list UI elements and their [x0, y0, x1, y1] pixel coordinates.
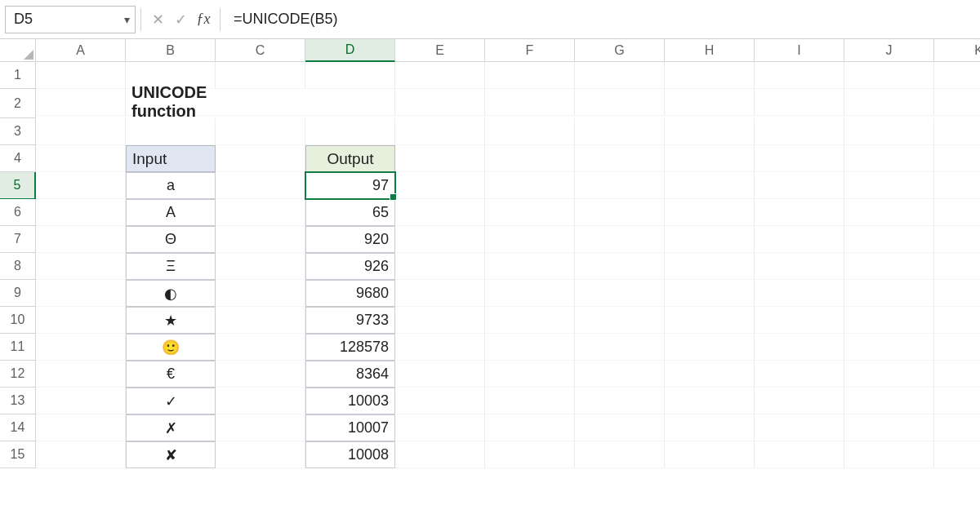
col-header-C[interactable]: C: [216, 39, 305, 62]
cell-I15[interactable]: [755, 441, 844, 468]
cell-H6[interactable]: [665, 199, 755, 226]
cell-A3[interactable]: [36, 118, 126, 145]
cell-F12[interactable]: [485, 361, 575, 388]
cell-B2-title[interactable]: UNICODE function: [126, 89, 216, 116]
cell-G2[interactable]: [575, 89, 665, 116]
cell-A4[interactable]: [36, 145, 126, 172]
cell-F14[interactable]: [485, 414, 575, 441]
row-header-11[interactable]: 11: [0, 334, 36, 361]
cell-J12[interactable]: [844, 361, 934, 388]
row-header-8[interactable]: 8: [0, 253, 36, 280]
col-header-F[interactable]: F: [485, 39, 575, 62]
cell-A12[interactable]: [36, 361, 126, 388]
cell-K7[interactable]: [934, 226, 980, 253]
col-header-K[interactable]: K: [934, 39, 980, 62]
cell-K6[interactable]: [934, 199, 980, 226]
cell-E2[interactable]: [395, 89, 485, 116]
cell-F5[interactable]: [485, 172, 575, 199]
cell-D6[interactable]: 65: [305, 199, 395, 226]
cell-I9[interactable]: [755, 280, 844, 307]
cell-E10[interactable]: [395, 307, 485, 334]
cell-K11[interactable]: [934, 334, 980, 361]
row-header-10[interactable]: 10: [0, 307, 36, 334]
cell-A8[interactable]: [36, 253, 126, 280]
cell-B12[interactable]: €: [126, 361, 216, 388]
cell-G14[interactable]: [575, 414, 665, 441]
cell-F8[interactable]: [485, 253, 575, 280]
row-header-13[interactable]: 13: [0, 388, 36, 414]
cell-F13[interactable]: [485, 388, 575, 414]
cell-F11[interactable]: [485, 334, 575, 361]
cell-J5[interactable]: [844, 172, 934, 199]
cell-E11[interactable]: [395, 334, 485, 361]
cell-G4[interactable]: [575, 145, 665, 172]
cell-I5[interactable]: [755, 172, 844, 199]
cell-G7[interactable]: [575, 226, 665, 253]
cell-C3[interactable]: [216, 118, 305, 145]
row-header-5[interactable]: 5: [0, 172, 36, 199]
col-header-E[interactable]: E: [395, 39, 485, 62]
cell-H13[interactable]: [665, 388, 755, 414]
cell-D8[interactable]: 926: [305, 253, 395, 280]
cell-K12[interactable]: [934, 361, 980, 388]
cell-K4[interactable]: [934, 145, 980, 172]
cell-E13[interactable]: [395, 388, 485, 414]
cell-E15[interactable]: [395, 441, 485, 468]
cell-F4[interactable]: [485, 145, 575, 172]
cell-E12[interactable]: [395, 361, 485, 388]
cell-G1[interactable]: [575, 62, 665, 89]
cell-C4[interactable]: [216, 145, 305, 172]
table-header-output[interactable]: Output: [305, 145, 395, 172]
cell-K1[interactable]: [934, 62, 980, 89]
cell-K8[interactable]: [934, 253, 980, 280]
cell-E6[interactable]: [395, 199, 485, 226]
cell-B3[interactable]: [126, 118, 216, 145]
cell-I8[interactable]: [755, 253, 844, 280]
cell-C7[interactable]: [216, 226, 305, 253]
cell-H1[interactable]: [665, 62, 755, 89]
cell-J10[interactable]: [844, 307, 934, 334]
col-header-H[interactable]: H: [665, 39, 755, 62]
cell-J3[interactable]: [844, 118, 934, 145]
cancel-formula-icon[interactable]: ✕: [146, 8, 169, 31]
cell-C14[interactable]: [216, 414, 305, 441]
cell-H12[interactable]: [665, 361, 755, 388]
cell-B7[interactable]: Θ: [126, 226, 216, 253]
cell-G11[interactable]: [575, 334, 665, 361]
cell-D1[interactable]: [305, 62, 395, 89]
cell-K3[interactable]: [934, 118, 980, 145]
cell-H15[interactable]: [665, 441, 755, 468]
row-header-7[interactable]: 7: [0, 226, 36, 253]
cell-F15[interactable]: [485, 441, 575, 468]
cell-I3[interactable]: [755, 118, 844, 145]
cell-D15[interactable]: 10008: [305, 441, 395, 468]
cell-J6[interactable]: [844, 199, 934, 226]
cell-B8[interactable]: Ξ: [126, 253, 216, 280]
cell-C13[interactable]: [216, 388, 305, 414]
cell-H3[interactable]: [665, 118, 755, 145]
cell-C15[interactable]: [216, 441, 305, 468]
cell-C5[interactable]: [216, 172, 305, 199]
cell-F9[interactable]: [485, 280, 575, 307]
cell-G12[interactable]: [575, 361, 665, 388]
cell-I2[interactable]: [755, 89, 844, 116]
cell-K14[interactable]: [934, 414, 980, 441]
cell-F7[interactable]: [485, 226, 575, 253]
cell-D12[interactable]: 8364: [305, 361, 395, 388]
row-header-2[interactable]: 2: [0, 89, 36, 118]
cell-I13[interactable]: [755, 388, 844, 414]
cell-C11[interactable]: [216, 334, 305, 361]
cell-J2[interactable]: [844, 89, 934, 116]
cell-G5[interactable]: [575, 172, 665, 199]
cell-H9[interactable]: [665, 280, 755, 307]
cell-B15[interactable]: ✘: [126, 441, 216, 468]
cell-H4[interactable]: [665, 145, 755, 172]
cell-D7[interactable]: 920: [305, 226, 395, 253]
cell-B13[interactable]: ✓: [126, 388, 216, 414]
cell-A15[interactable]: [36, 441, 126, 468]
col-header-J[interactable]: J: [844, 39, 934, 62]
cell-G15[interactable]: [575, 441, 665, 468]
cell-J8[interactable]: [844, 253, 934, 280]
cell-A10[interactable]: [36, 307, 126, 334]
cell-F6[interactable]: [485, 199, 575, 226]
